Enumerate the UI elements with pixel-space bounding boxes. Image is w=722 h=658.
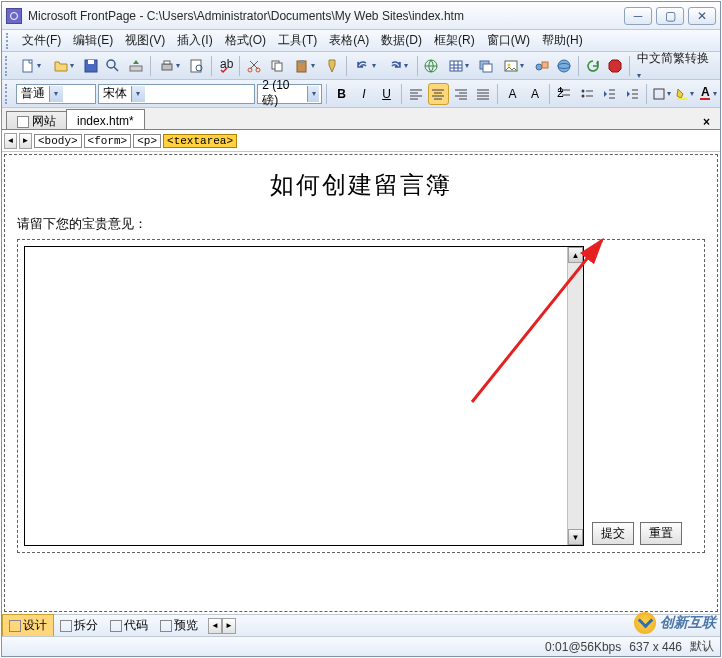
page-body[interactable]: 如何创建留言簿 请留下您的宝贵意见： ▲ ▼ 提交 重置 [4, 154, 718, 612]
preview-icon [160, 620, 172, 632]
insert-picture-button[interactable] [498, 55, 529, 77]
decrease-font-button[interactable]: A [525, 83, 545, 105]
view-next[interactable]: ► [222, 618, 236, 634]
bulleted-list-button[interactable] [577, 83, 597, 105]
refresh-button[interactable] [582, 55, 604, 77]
status-dims: 637 x 446 [629, 640, 682, 654]
workspace: 如何创建留言簿 请留下您的宝贵意见： ▲ ▼ 提交 重置 [2, 152, 720, 614]
menu-help[interactable]: 帮助(H) [536, 30, 589, 51]
menu-table[interactable]: 表格(A) [323, 30, 375, 51]
svg-rect-61 [654, 89, 664, 99]
menu-file[interactable]: 文件(F) [16, 30, 67, 51]
close-tab-button[interactable]: × [697, 115, 716, 129]
align-right-button[interactable] [451, 83, 471, 105]
menu-window[interactable]: 窗口(W) [481, 30, 536, 51]
svg-rect-7 [164, 61, 170, 64]
view-design[interactable]: 设计 [2, 614, 54, 637]
design-icon [9, 620, 21, 632]
svg-rect-0 [23, 60, 32, 72]
table-button[interactable] [443, 55, 474, 77]
menu-edit[interactable]: 编辑(E) [67, 30, 119, 51]
align-left-button[interactable] [406, 83, 426, 105]
redo-button[interactable] [382, 55, 413, 77]
web-component-button[interactable] [421, 55, 443, 77]
style-combo[interactable]: 普通 [16, 84, 96, 104]
tag-form[interactable]: <form> [84, 134, 132, 148]
align-justify-button[interactable] [473, 83, 493, 105]
window-title: Microsoft FrontPage - C:\Users\Administr… [28, 9, 624, 23]
copy-button[interactable] [266, 55, 288, 77]
maximize-button[interactable]: ▢ [656, 7, 684, 25]
menubar: 文件(F) 编辑(E) 视图(V) 插入(I) 格式(O) 工具(T) 表格(A… [2, 30, 720, 52]
page-heading[interactable]: 如何创建留言簿 [17, 165, 705, 211]
menu-format[interactable]: 格式(O) [219, 30, 272, 51]
watermark-icon [634, 612, 656, 634]
italic-button[interactable]: I [354, 83, 374, 105]
tag-body[interactable]: <body> [34, 134, 82, 148]
numbered-list-button[interactable]: 12 [554, 83, 574, 105]
svg-text:2: 2 [557, 87, 564, 100]
size-combo[interactable]: 2 (10 磅) [257, 84, 322, 104]
tag-p[interactable]: <p> [133, 134, 161, 148]
undo-button[interactable] [350, 55, 381, 77]
menu-view[interactable]: 视图(V) [119, 30, 171, 51]
svg-rect-24 [483, 64, 492, 72]
preview-button[interactable] [186, 55, 208, 77]
bold-button[interactable]: B [331, 83, 351, 105]
breadcrumb-prev[interactable]: ◄ [4, 133, 17, 149]
open-button[interactable] [47, 55, 78, 77]
hyperlink-button[interactable] [553, 55, 575, 77]
view-code[interactable]: 代码 [104, 615, 154, 636]
svg-point-52 [581, 94, 584, 97]
stop-button[interactable] [605, 55, 627, 77]
publish-button[interactable] [125, 55, 147, 77]
view-split[interactable]: 拆分 [54, 615, 104, 636]
svg-rect-64 [700, 98, 710, 100]
cut-button[interactable] [243, 55, 265, 77]
menu-frame[interactable]: 框架(R) [428, 30, 481, 51]
menu-insert[interactable]: 插入(I) [171, 30, 218, 51]
view-prev[interactable]: ◄ [208, 618, 222, 634]
menu-data[interactable]: 数据(D) [375, 30, 428, 51]
paste-button[interactable] [289, 55, 320, 77]
scroll-down-button[interactable]: ▼ [568, 529, 583, 545]
save-button[interactable] [80, 55, 102, 77]
breadcrumb-next[interactable]: ► [19, 133, 32, 149]
reset-button[interactable]: 重置 [640, 522, 682, 545]
tag-breadcrumb: ◄ ► <body> <form> <p> <textarea> [2, 130, 720, 152]
page-prompt[interactable]: 请留下您的宝贵意见： [17, 211, 705, 237]
layer-button[interactable] [476, 55, 498, 77]
submit-button[interactable]: 提交 [592, 522, 634, 545]
highlight-button[interactable] [674, 83, 695, 105]
print-button[interactable] [154, 55, 185, 77]
increase-font-button[interactable]: A [502, 83, 522, 105]
tag-textarea[interactable]: <textarea> [163, 134, 237, 148]
new-button[interactable] [15, 55, 46, 77]
increase-indent-button[interactable] [622, 83, 642, 105]
border-button[interactable] [651, 83, 672, 105]
menu-tools[interactable]: 工具(T) [272, 30, 323, 51]
underline-button[interactable]: U [376, 83, 396, 105]
svg-point-51 [581, 89, 584, 92]
standard-toolbar: ab 中文简繁转换 [2, 52, 720, 80]
tab-file[interactable]: index.htm* [66, 109, 145, 129]
tab-website[interactable]: 网站 [6, 111, 67, 129]
app-icon [6, 8, 22, 24]
svg-rect-62 [677, 98, 687, 100]
spellcheck-button[interactable]: ab [215, 55, 237, 77]
minimize-button[interactable]: ─ [624, 7, 652, 25]
font-combo[interactable]: 宋体 [98, 84, 256, 104]
convert-button[interactable]: 中文简繁转换 [633, 50, 718, 81]
decrease-indent-button[interactable] [599, 83, 619, 105]
textarea-field[interactable]: ▲ ▼ [24, 246, 584, 546]
format-painter-button[interactable] [321, 55, 343, 77]
drawing-button[interactable] [531, 55, 553, 77]
font-color-button[interactable]: A [697, 83, 718, 105]
scroll-up-button[interactable]: ▲ [568, 247, 583, 263]
textarea-scrollbar[interactable]: ▲ ▼ [567, 247, 583, 545]
search-button[interactable] [102, 55, 124, 77]
align-center-button[interactable] [428, 83, 448, 105]
view-preview[interactable]: 预览 [154, 615, 204, 636]
close-button[interactable]: ✕ [688, 7, 716, 25]
form-container[interactable]: ▲ ▼ 提交 重置 [17, 239, 705, 553]
